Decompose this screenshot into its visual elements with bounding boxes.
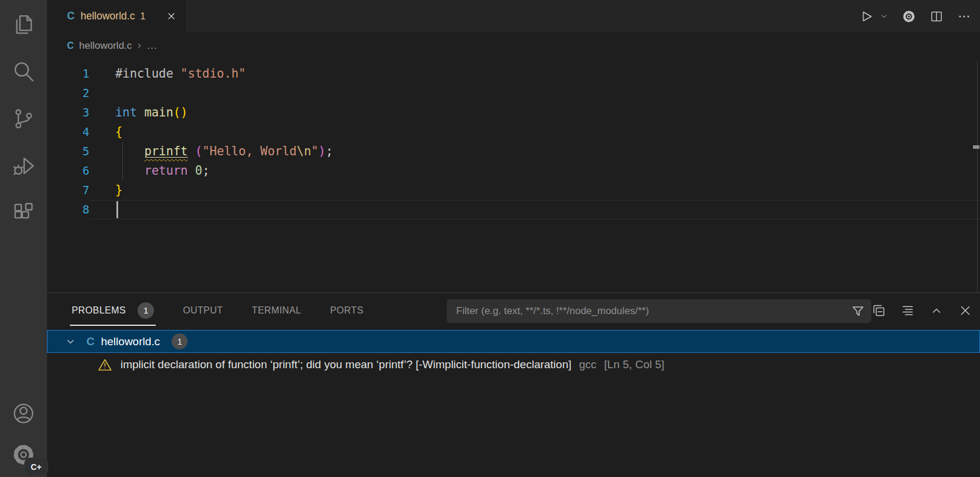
breadcrumb: C helloworld.c ... — [47, 32, 980, 59]
breadcrumb-file[interactable]: helloworld.c — [79, 40, 132, 52]
code-token: ; — [202, 164, 209, 178]
funnel-icon — [851, 304, 865, 319]
code-token: ( — [195, 144, 202, 158]
code-token: ) — [319, 144, 326, 158]
settings-button[interactable] — [901, 9, 917, 24]
run-button[interactable] — [859, 9, 874, 24]
code-line[interactable]: 7} — [47, 181, 980, 200]
indent-guide — [122, 142, 123, 161]
panel-tab-ports[interactable]: PORTS — [328, 300, 365, 323]
line-content[interactable]: prinft ("Hello, World\n"); — [89, 142, 980, 161]
code-token — [137, 105, 144, 119]
line-number[interactable]: 1 — [47, 64, 89, 84]
main-area: C helloworld.c 1 — [47, 0, 980, 477]
explorer-button[interactable] — [9, 11, 38, 39]
line-number[interactable]: 2 — [47, 84, 89, 103]
maximize-panel-button[interactable] — [929, 303, 944, 318]
breadcrumb-symbol[interactable]: ... — [147, 40, 157, 52]
bottom-panel: PROBLEMS1OUTPUTTERMINALPORTS — [47, 292, 980, 477]
line-content[interactable] — [89, 200, 980, 219]
close-panel-button[interactable] — [958, 303, 973, 318]
problem-row[interactable]: implicit declaration of function ‘prinft… — [47, 353, 980, 376]
code-line[interactable]: 1#include "stdio.h" — [47, 64, 980, 84]
search-icon — [11, 59, 36, 84]
run-icon — [859, 9, 874, 24]
line-number[interactable]: 4 — [47, 122, 89, 142]
code-line[interactable]: 5 prinft ("Hello, World\n"); — [47, 142, 980, 161]
editor-actions — [859, 0, 980, 32]
list-tree-icon — [901, 303, 915, 318]
code-token: 0 — [195, 164, 202, 178]
line-number[interactable]: 5 — [47, 142, 89, 161]
text-cursor — [116, 201, 118, 218]
source-control-button[interactable] — [9, 105, 38, 133]
run-debug-icon — [11, 154, 36, 178]
line-number[interactable]: 3 — [47, 103, 89, 122]
code-token — [115, 144, 144, 158]
warning-icon — [98, 358, 112, 372]
line-content[interactable]: { — [89, 122, 980, 142]
code-token — [115, 164, 144, 178]
tab-helloworld-c[interactable]: C helloworld.c 1 — [47, 0, 186, 32]
line-number[interactable]: 6 — [47, 161, 89, 181]
line-content[interactable]: } — [89, 181, 980, 200]
panel-tab-label: PROBLEMS — [72, 305, 126, 316]
gear-icon — [902, 9, 916, 24]
panel-actions — [871, 303, 973, 318]
panel-tab-problems[interactable]: PROBLEMS1 — [70, 297, 156, 326]
line-number[interactable]: 7 — [47, 181, 89, 200]
chevron-down-icon[interactable] — [64, 335, 77, 348]
panel-tab-terminal[interactable]: TERMINAL — [250, 300, 303, 323]
code-token: " — [311, 144, 318, 158]
panel-tab-label: OUTPUT — [183, 305, 223, 316]
split-editor-button[interactable] — [929, 9, 944, 24]
manage-button[interactable]: C+ — [9, 441, 38, 469]
tab-problem-count: 1 — [140, 11, 145, 22]
code-line[interactable]: 2 — [47, 84, 980, 103]
more-actions-button[interactable] — [956, 9, 972, 24]
code-token: \n — [297, 144, 312, 158]
problem-source: gcc — [579, 358, 597, 371]
problems-filter — [447, 299, 871, 323]
git-branch-icon — [11, 106, 36, 131]
code-token — [188, 164, 195, 178]
code-token: main — [144, 105, 173, 119]
code-line[interactable]: 8 — [47, 200, 980, 219]
code-token: "stdio.h" — [180, 66, 246, 81]
extensions-button[interactable] — [9, 199, 38, 227]
code-token: ; — [326, 144, 333, 158]
run-dropdown-button[interactable] — [879, 9, 889, 24]
collapse-all-button[interactable] — [871, 303, 887, 318]
line-content[interactable]: int main() — [89, 103, 980, 122]
c-file-icon: C — [67, 10, 75, 22]
panel-tab-output[interactable]: OUTPUT — [181, 300, 225, 323]
code-line[interactable]: 4{ — [47, 122, 980, 142]
close-icon — [958, 303, 972, 318]
problems-count-badge: 1 — [172, 333, 188, 349]
run-and-debug-button[interactable] — [9, 152, 38, 180]
chevron-right-icon — [135, 41, 144, 51]
line-content[interactable]: return 0; — [89, 161, 980, 181]
code-token — [188, 144, 195, 158]
filter-input[interactable] — [447, 299, 871, 323]
account-icon — [11, 401, 36, 426]
code-line[interactable]: 6 return 0; — [47, 161, 980, 181]
line-number[interactable]: 8 — [47, 200, 89, 219]
code-line[interactable]: 3int main() — [47, 103, 980, 122]
indent-guide — [122, 161, 123, 181]
overview-ruler-marker — [973, 145, 979, 149]
code-token: "Hello, World — [202, 144, 296, 158]
line-content[interactable]: #include "stdio.h" — [89, 64, 980, 84]
collapse-all-icon — [872, 303, 886, 318]
view-as-tree-button[interactable] — [900, 303, 915, 318]
problems-file-name: helloworld.c — [101, 335, 160, 348]
search-button[interactable] — [9, 58, 38, 86]
profile-badge[interactable]: C+ — [25, 459, 47, 475]
problems-file-row[interactable]: C helloworld.c 1 — [47, 330, 980, 353]
code-token: () — [173, 105, 188, 119]
code-token: #include — [115, 66, 180, 81]
tab-close-button[interactable] — [165, 10, 178, 23]
line-content[interactable] — [89, 84, 980, 103]
filter-funnel-button[interactable] — [851, 304, 865, 319]
account-button[interactable] — [9, 399, 38, 428]
